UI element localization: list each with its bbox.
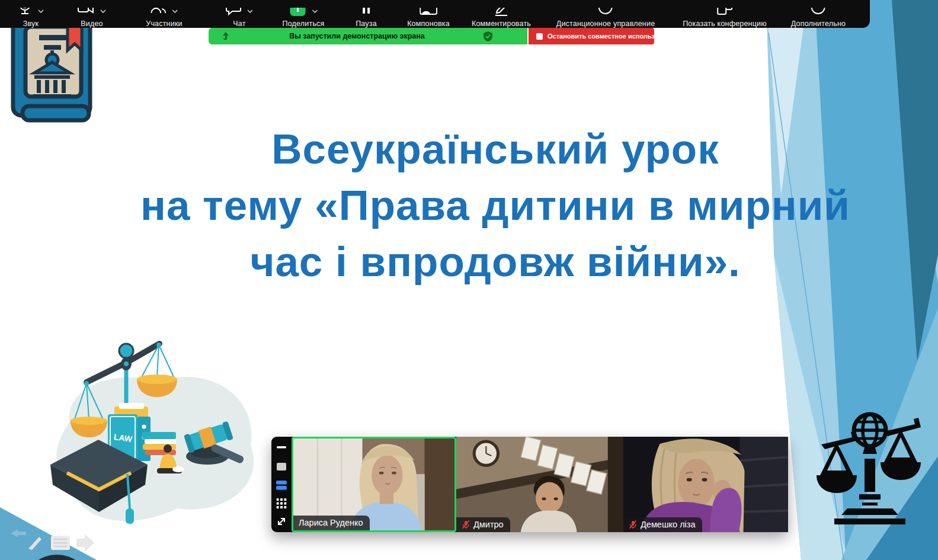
toolbar-item-remote-control[interactable]: Дистанционное управление	[556, 0, 655, 31]
share-screen-icon	[289, 8, 306, 18]
toolbar-item-show-conference[interactable]: Показать конференцию	[683, 0, 767, 31]
toolbar-label: Поделиться	[282, 20, 324, 28]
scales-of-justice-icon	[813, 408, 927, 527]
participant-nameplate: Демешко ліза	[623, 517, 702, 532]
participants-icon	[151, 8, 166, 18]
slide-menu-icon	[51, 536, 70, 550]
share-status-text: Вы запустили демонстрацию экрана	[231, 32, 483, 40]
participant-name: Дмитро	[473, 520, 504, 529]
pause-icon	[361, 8, 371, 18]
toolbar-label: Звук	[23, 20, 39, 28]
slide-title-line1: Всеукраїнський урок	[53, 121, 938, 177]
screen-share-status-banner: Вы запустили демонстрацию экрана	[209, 28, 527, 44]
slide-title-line2: на тему «Права дитини в мирний	[53, 177, 938, 233]
chevron-down-icon[interactable]	[38, 9, 44, 13]
remote-control-icon	[598, 8, 613, 17]
justice-illustration: LAW	[33, 327, 270, 536]
slide-title: Всеукраїнський урок на тему «Права дитин…	[53, 121, 938, 290]
gallery-view-icon[interactable]	[277, 498, 287, 508]
stop-sharing-label: Остановить совместное использование	[548, 33, 678, 40]
mic-muted-icon	[629, 520, 637, 529]
zoom-meeting-window: Всеукраїнський урок на тему «Права дитин…	[0, 0, 938, 560]
toolbar-item-layout[interactable]: Компоновка	[407, 0, 450, 31]
toolbar-label: Дополнительно	[791, 20, 846, 28]
toolbar-item-pause[interactable]: Пауза	[356, 0, 377, 31]
toolbar-item-share-screen[interactable]: Поделиться	[282, 0, 324, 31]
meeting-toolbar: Звук Видео	[0, 0, 870, 28]
toolbar-label: Чат	[233, 20, 245, 28]
chevron-down-icon[interactable]	[247, 9, 253, 13]
next-slide-arrow-icon	[77, 535, 94, 551]
participant-nameplate: Дмитро	[456, 517, 510, 532]
toolbar-item-chat[interactable]: Чат	[226, 0, 253, 31]
annotate-icon	[494, 8, 509, 18]
annotate-pen-icon	[28, 537, 41, 550]
toolbar-item-video[interactable]: Видео	[78, 0, 106, 31]
speaker-view-icon[interactable]	[277, 463, 286, 471]
stop-icon	[536, 33, 543, 40]
law-book-icon	[8, 25, 97, 131]
toolbar-item-annotate[interactable]: Комментировать	[472, 0, 531, 31]
participant-name: Демешко ліза	[641, 520, 696, 529]
toolbar-label: Комментировать	[472, 20, 531, 28]
share-arrow-icon	[220, 31, 231, 41]
show-conference-icon	[716, 8, 734, 18]
slide-title-line3: час і впродовж війни».	[53, 233, 938, 290]
participant-tiles: Лариса Руденко	[292, 437, 788, 532]
toolbar-label: Видео	[81, 20, 103, 28]
chevron-down-icon[interactable]	[100, 9, 106, 13]
video-tile-larysa[interactable]: Лариса Руденко	[292, 437, 456, 532]
expand-strip-icon[interactable]	[276, 516, 287, 527]
stop-sharing-button[interactable]: Остановить совместное использование	[529, 28, 654, 44]
video-camera-icon	[78, 8, 94, 18]
toolbar-label: Компоновка	[407, 20, 450, 28]
toolbar-item-audio[interactable]: Звук	[18, 0, 44, 31]
toolbar-label: Пауза	[356, 20, 377, 28]
mic-muted-icon	[462, 520, 470, 529]
presenter-nav-controls[interactable]	[26, 532, 95, 552]
toolbar-label: Показать конференцию	[683, 20, 767, 28]
video-filmstrip: Лариса Руденко	[271, 437, 788, 532]
chevron-down-icon[interactable]	[172, 9, 178, 13]
security-shield-icon	[483, 31, 493, 42]
video-tile-demeshko[interactable]: Демешко ліза	[623, 437, 788, 532]
filmstrip-controls-rail	[271, 437, 292, 532]
chat-icon	[226, 8, 241, 18]
more-icon	[811, 8, 826, 17]
chevron-down-icon[interactable]	[312, 9, 318, 13]
video-tile-dmytro[interactable]: Дмитро	[456, 437, 623, 532]
toolbar-label: Дистанционное управление	[556, 20, 655, 28]
strip-view-icon[interactable]	[276, 481, 287, 490]
toolbar-item-more[interactable]: Дополнительно	[791, 0, 846, 31]
participant-nameplate: Лариса Руденко	[293, 516, 370, 530]
toolbar-label: Участники	[146, 20, 183, 28]
toolbar-item-participants[interactable]: Участники	[146, 0, 183, 31]
microphone-icon	[18, 8, 32, 18]
layout-icon	[420, 8, 437, 18]
minimize-strip-icon[interactable]	[277, 446, 286, 449]
participant-name: Лариса Руденко	[299, 518, 363, 527]
